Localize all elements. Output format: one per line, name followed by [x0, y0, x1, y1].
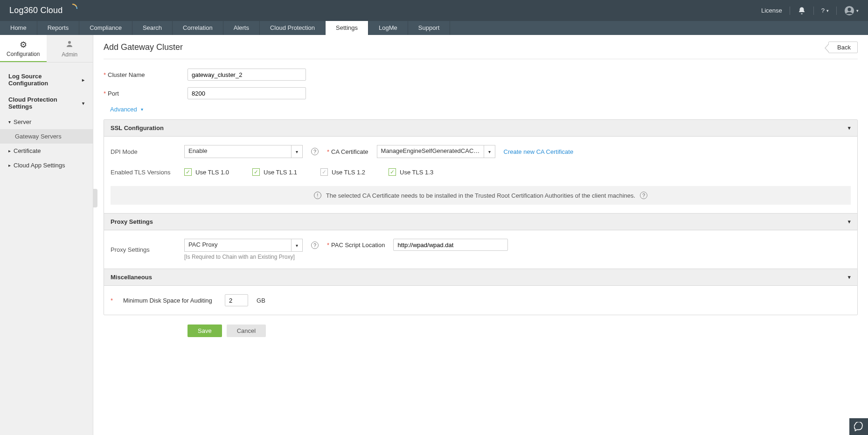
bell-icon[interactable]	[798, 7, 806, 15]
advanced-toggle[interactable]: Advanced ▾	[110, 106, 143, 113]
port-label: Port	[108, 90, 119, 97]
min-disk-input[interactable]	[225, 294, 248, 306]
chevron-down-icon: ▾	[82, 101, 84, 106]
chevron-down-icon: ▾	[141, 107, 143, 112]
chat-icon[interactable]	[849, 418, 868, 435]
create-ca-cert-link[interactable]: Create new CA Certificate	[504, 148, 574, 155]
help-menu[interactable]: ?▾	[821, 7, 829, 14]
chevron-down-icon: ▾	[848, 274, 851, 280]
product-logo: Log360 Cloud	[9, 5, 78, 16]
dpi-mode-select[interactable]: Enable ▾	[184, 145, 303, 158]
tls-versions-label: Enabled TLS Versions	[111, 169, 176, 176]
min-disk-label: Minimum Disk Space for Auditing	[123, 297, 216, 304]
chevron-down-icon: ▾	[8, 119, 11, 124]
nav-tab-search[interactable]: Search	[132, 21, 173, 35]
save-button[interactable]: Save	[187, 325, 222, 337]
tls10-checkbox[interactable]: ✓Use TLS 1.0	[184, 168, 229, 176]
cluster-name-input[interactable]	[187, 69, 306, 81]
user-menu[interactable]: ▾	[844, 6, 859, 16]
divider	[790, 7, 790, 15]
ca-cert-select[interactable]: ManageEngineSelfGeneratedCACertificate ▾	[377, 145, 495, 158]
help-icon[interactable]: ?	[311, 242, 319, 249]
menu-certificate[interactable]: ▸ Certificate	[0, 144, 93, 158]
nav-tab-cloud-protection[interactable]: Cloud Protection	[260, 21, 326, 35]
section-ssl-config[interactable]: SSL Configuration ▾	[104, 120, 857, 137]
port-input[interactable]	[187, 87, 306, 99]
help-icon[interactable]: ?	[311, 148, 319, 155]
chevron-down-icon: ▾	[848, 125, 851, 131]
gear-icon: ⚙	[0, 40, 47, 50]
disk-unit: GB	[257, 297, 265, 304]
nav-tab-compliance[interactable]: Compliance	[79, 21, 132, 35]
page-title: Add Gateway Cluster	[104, 42, 183, 52]
help-icon[interactable]: ?	[640, 192, 647, 199]
subtab-configuration[interactable]: ⚙ Configuration	[0, 35, 47, 62]
divider	[813, 7, 814, 15]
svg-point-2	[68, 41, 71, 44]
nav-tab-alerts[interactable]: Alerts	[223, 21, 260, 35]
nav-tab-reports[interactable]: Reports	[37, 21, 80, 35]
menu-log-source-config[interactable]: Log Source Configuration ▸	[0, 68, 93, 91]
menu-cloud-app-settings[interactable]: ▸ Cloud App Settings	[0, 158, 93, 173]
chevron-right-icon: ▸	[8, 163, 11, 168]
chevron-down-icon: ▾	[484, 145, 495, 158]
info-icon: !	[314, 192, 321, 199]
cancel-button[interactable]: Cancel	[227, 325, 266, 337]
ca-cert-label: CA Certificate	[331, 148, 368, 155]
nav-tab-home[interactable]: Home	[0, 21, 37, 35]
dpi-mode-label: DPI Mode	[111, 148, 176, 155]
ca-install-info: ! The selected CA Certificate needs to b…	[111, 186, 851, 205]
chevron-down-icon: ▾	[291, 239, 302, 251]
logo-swirl-icon	[67, 3, 78, 14]
main-nav: Home Reports Compliance Search Correlati…	[0, 21, 868, 35]
tls13-checkbox[interactable]: ✓Use TLS 1.3	[389, 168, 433, 176]
section-miscellaneous[interactable]: Miscellaneous ▾	[104, 269, 857, 286]
menu-cloud-protection-settings[interactable]: Cloud Protection Settings ▾	[0, 91, 93, 115]
product-name: Log360 Cloud	[9, 6, 63, 15]
chevron-down-icon: ▾	[848, 219, 851, 225]
cluster-name-label: Cluster Name	[108, 71, 145, 78]
pac-script-label: PAC Script Location	[331, 242, 385, 249]
divider	[836, 7, 837, 15]
menu-gateway-servers[interactable]: Gateway Servers	[0, 129, 93, 144]
back-button[interactable]: Back	[828, 41, 858, 53]
svg-point-1	[847, 7, 851, 11]
tls12-checkbox[interactable]: ✓Use TLS 1.2	[320, 168, 365, 176]
proxy-hint: [Is Required to Chain with an Existing P…	[184, 254, 303, 260]
menu-server[interactable]: ▾ Server	[0, 115, 93, 129]
license-link[interactable]: License	[761, 7, 782, 14]
subtab-admin[interactable]: Admin	[47, 35, 93, 62]
proxy-settings-label: Proxy Settings	[111, 246, 176, 253]
chevron-right-icon: ▸	[82, 77, 84, 83]
nav-tab-logme[interactable]: LogMe	[368, 21, 408, 35]
chevron-down-icon: ▾	[291, 145, 302, 158]
user-icon	[47, 40, 93, 50]
proxy-settings-select[interactable]: PAC Proxy ▾	[184, 239, 303, 252]
tls11-checkbox[interactable]: ✓Use TLS 1.1	[252, 168, 297, 176]
sidebar-collapse-handle[interactable]	[93, 189, 97, 207]
chevron-right-icon: ▸	[8, 148, 11, 153]
pac-script-input[interactable]	[393, 239, 508, 251]
nav-tab-settings[interactable]: Settings	[326, 21, 368, 35]
nav-tab-correlation[interactable]: Correlation	[173, 21, 223, 35]
nav-tab-support[interactable]: Support	[408, 21, 451, 35]
section-proxy-settings[interactable]: Proxy Settings ▾	[104, 213, 857, 230]
